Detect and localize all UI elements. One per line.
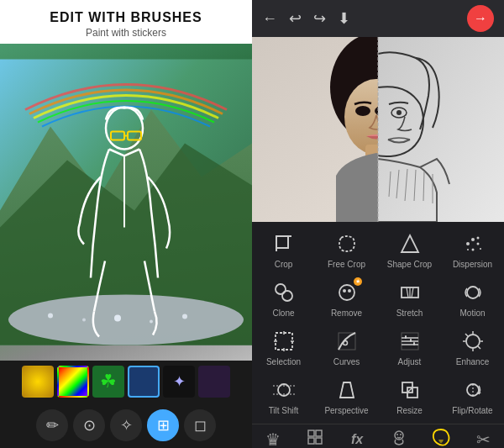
bottom-navigation: ♛ Gold Tools fx Effects [252, 424, 504, 448]
svg-line-72 [478, 346, 480, 349]
tilt-shift-icon [270, 377, 297, 403]
svg-line-78 [350, 382, 354, 398]
brush-tool-3[interactable]: ✧ [110, 409, 142, 441]
nav-sticker[interactable]: Sticker [420, 424, 462, 448]
eraser-tool[interactable]: ◻ [184, 409, 216, 441]
nav-beautify[interactable]: Beautify [378, 424, 420, 448]
left-header: EDIT WITH BRUSHES Paint with stickers [41, 0, 210, 44]
tool-adjust[interactable]: Adjust [378, 323, 441, 372]
right-panel: ← ↩ ↪ ⬇ → [252, 0, 504, 448]
motion-icon [459, 279, 486, 306]
svg-rect-86 [316, 430, 322, 436]
tool-free-crop[interactable]: Free Crop [315, 225, 378, 274]
back-button[interactable]: ← [262, 10, 277, 28]
remove-label: Remove [331, 308, 362, 318]
sticker-clover[interactable]: ☘ [92, 366, 124, 398]
svg-point-40 [471, 249, 474, 251]
svg-line-48 [407, 287, 408, 298]
nav-tools[interactable]: Tools [294, 424, 336, 448]
brush-tool-4[interactable]: ⊞ [147, 409, 179, 441]
sticker-dark[interactable] [198, 366, 230, 398]
clover-icon: ☘ [100, 371, 117, 393]
shape-crop-label: Shape Crop [387, 260, 432, 269]
svg-point-91 [400, 434, 402, 435]
enhance-icon [459, 328, 486, 355]
motion-label: Motion [459, 308, 485, 318]
free-crop-icon [333, 230, 360, 257]
tool-remove[interactable]: ★ Remove [315, 274, 378, 323]
tool-curves[interactable]: Curves [315, 323, 378, 372]
tool-resize[interactable]: Resize [378, 372, 441, 420]
undo-button[interactable]: ↩ [289, 9, 302, 28]
svg-point-66 [466, 335, 480, 348]
svg-point-3 [8, 295, 244, 345]
brush1-icon: ✏ [46, 416, 59, 435]
sticker-sparkle[interactable]: ✦ [163, 366, 195, 398]
stretch-label: Stretch [396, 308, 423, 318]
next-button[interactable]: → [467, 5, 494, 32]
svg-marker-34 [402, 235, 418, 252]
topbar: ← ↩ ↪ ⬇ → [252, 0, 504, 37]
svg-point-5 [82, 319, 86, 322]
free-crop-label: Free Crop [328, 260, 365, 269]
tool-dispersion[interactable]: Dispersion [441, 225, 504, 274]
tool-flip-rotate[interactable]: Flip/Rotate [441, 372, 504, 420]
svg-line-77 [340, 382, 344, 398]
crop-label: Crop [275, 260, 293, 269]
svg-point-20 [355, 106, 370, 116]
tool-perspective[interactable]: Perspective [315, 372, 378, 420]
demo-image [0, 44, 252, 361]
svg-point-46 [348, 289, 351, 293]
tool-tilt-shift[interactable]: Tilt Shift [252, 372, 315, 420]
topbar-left-icons: ← ↩ ↪ ⬇ [262, 9, 350, 28]
svg-point-43 [282, 291, 292, 301]
curves-label: Curves [333, 357, 360, 366]
enhance-label: Enhance [456, 357, 489, 366]
tool-enhance[interactable]: Enhance [441, 323, 504, 372]
resize-icon [396, 377, 423, 403]
svg-point-6 [114, 315, 121, 322]
svg-point-41 [467, 249, 469, 250]
svg-line-50 [412, 287, 413, 298]
tool-crop[interactable]: Crop [252, 225, 315, 274]
selection-icon [270, 328, 297, 355]
tool-stretch[interactable]: Stretch [378, 274, 441, 323]
tools-grid: Crop Free Crop Shape Crop [252, 222, 504, 424]
svg-rect-85 [308, 430, 314, 436]
sticker-thumbnail-row: ☘ ✦ [0, 361, 252, 403]
nav-effects[interactable]: fx Effects [336, 424, 378, 448]
svg-line-71 [465, 334, 468, 336]
perspective-label: Perspective [324, 406, 368, 415]
brush-tool-2[interactable]: ⊙ [73, 409, 105, 441]
svg-point-8 [182, 314, 187, 319]
effects-nav-icon: fx [351, 432, 363, 447]
tools-nav-icon [307, 429, 323, 448]
clone-icon [270, 279, 297, 306]
main-title: EDIT WITH BRUSHES [50, 10, 202, 25]
svg-point-82 [467, 384, 479, 396]
tool-motion[interactable]: Motion [441, 274, 504, 323]
brush3-icon: ✧ [120, 416, 133, 435]
svg-point-51 [467, 287, 479, 298]
tool-clone[interactable]: Clone [252, 274, 315, 323]
sticker-gold[interactable] [22, 366, 54, 398]
sticker-rainbow[interactable] [57, 366, 89, 398]
resize-label: Resize [396, 406, 423, 415]
sticker-nav-icon [432, 428, 450, 448]
svg-point-39 [480, 248, 481, 250]
sparkle-icon: ✦ [173, 372, 186, 391]
svg-point-37 [476, 237, 479, 240]
nav-cutout[interactable]: ✂ Cutout [462, 424, 504, 448]
tool-selection[interactable]: Selection [252, 323, 315, 372]
nav-gold[interactable]: ♛ Gold [252, 424, 294, 448]
sticker-blue[interactable] [128, 366, 160, 398]
brush2-icon: ⊙ [83, 416, 96, 435]
redo-button[interactable]: ↪ [313, 9, 326, 28]
download-button[interactable]: ⬇ [338, 9, 350, 28]
tool-shape-crop[interactable]: Shape Crop [378, 225, 441, 274]
brush-tool-1[interactable]: ✏ [36, 409, 68, 441]
edit-photo [252, 37, 504, 222]
selection-label: Selection [266, 357, 301, 366]
cutout-nav-icon: ✂ [476, 430, 491, 449]
gold-nav-icon: ♛ [265, 430, 281, 449]
